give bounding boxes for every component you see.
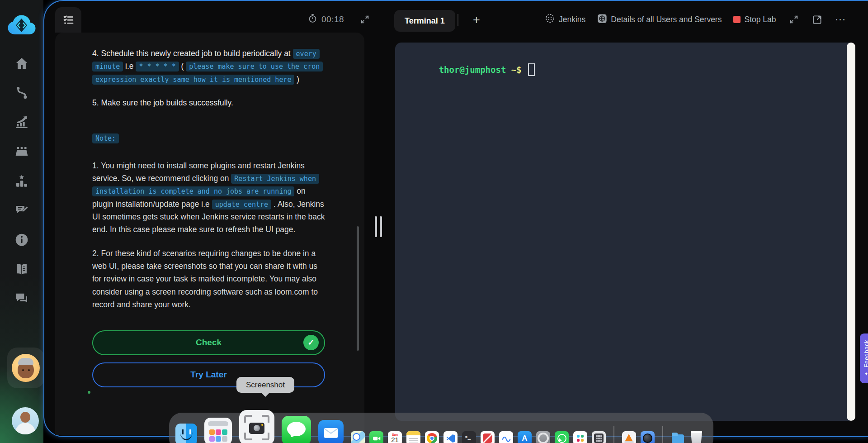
task-instructions: 4. Schedule this newly created job to bu… [92, 47, 326, 387]
note-heading: Note: [92, 132, 326, 144]
timer-value: 00:18 [321, 14, 344, 24]
learning-path-icon[interactable] [14, 85, 29, 100]
topbar-actions: Jenkins Details of all Users and Servers… [545, 13, 846, 26]
leaderboard-icon[interactable] [14, 173, 29, 189]
stop-square-icon [733, 16, 741, 23]
prompt-symbol: ~$ [506, 65, 521, 75]
inline-code-chip: please make sure to use the cron express… [92, 62, 323, 84]
inline-code-chip: Restart Jenkins when installation is com… [92, 174, 319, 196]
tab-separator [458, 14, 458, 26]
terminal-glyph: >_ [465, 434, 471, 440]
stop-lab-button[interactable]: Stop Lab [733, 15, 776, 24]
labs-icon[interactable] [14, 144, 29, 159]
calendar-day: 21 [388, 436, 402, 443]
note-chip: Note: [92, 133, 119, 143]
dock-finder-icon[interactable] [175, 424, 197, 443]
dock-whatsapp-icon[interactable] [555, 431, 569, 443]
feedback-tab[interactable]: Feedback ✦ [860, 333, 868, 383]
fullscreen-icon[interactable] [788, 14, 800, 25]
sparkle-icon: ✦ [864, 371, 868, 377]
task-panel: 4. Schedule this newly created job to bu… [55, 33, 364, 435]
terminal-scrollbar[interactable] [847, 43, 855, 421]
dock-mail-icon[interactable] [318, 420, 344, 443]
inline-code-chip: * * * * * [136, 62, 179, 71]
dock-photobooth-icon[interactable] [641, 431, 655, 443]
globe-icon [597, 14, 607, 26]
home-icon[interactable] [14, 56, 29, 71]
jenkins-icon [545, 13, 555, 26]
jenkins-label: Jenkins [559, 15, 585, 24]
appstore-glyph: A [522, 434, 527, 443]
dock-downloads-icon[interactable] [671, 431, 685, 443]
screenshot-tooltip: Screenshot [236, 377, 294, 393]
terminal-cursor [528, 63, 535, 76]
check-button-label: Check [196, 338, 222, 348]
dock-trash-icon[interactable] [689, 431, 703, 443]
dock-notes-icon[interactable] [406, 431, 420, 443]
dock-calculator-icon[interactable] [592, 431, 606, 443]
feedback-label: Feedback [863, 340, 868, 367]
memoji-avatar[interactable] [7, 348, 44, 388]
dock-slack-icon[interactable] [573, 431, 587, 443]
panel-resize-handle[interactable] [375, 216, 383, 238]
macos-dock: Sun 21 >_ A [169, 413, 713, 443]
status-dot [88, 391, 90, 394]
dock-calendar-icon[interactable]: Sun 21 [388, 431, 402, 443]
details-label: Details of all Users and Servers [611, 15, 722, 24]
terminal-tab-1[interactable]: Terminal 1 [394, 10, 455, 32]
dock-messages-icon[interactable] [282, 416, 311, 443]
check-circle-icon: ✓ [303, 335, 319, 350]
task-expand-icon[interactable] [359, 14, 370, 25]
jenkins-link[interactable]: Jenkins [545, 13, 585, 26]
prompt-user: thor@jumphost [439, 65, 506, 75]
memoji-avatar-image [12, 354, 40, 382]
dock-screenshot-icon[interactable] [239, 410, 274, 443]
feedback-notes-icon[interactable] [14, 203, 29, 218]
dock-mmhmm-icon[interactable] [499, 431, 513, 443]
task-scrollbar[interactable] [357, 226, 359, 351]
community-chat-icon[interactable] [14, 291, 29, 306]
screen: 00:18 4. Schedule this newly created job… [0, 0, 868, 443]
terminal-prompt: thor@jumphost ~$ [395, 43, 855, 86]
terminal-window[interactable]: thor@jumphost ~$ [395, 43, 855, 421]
note-item-2: 2. For these kind of scenarios requiring… [92, 247, 326, 311]
dock-chrome-icon[interactable] [425, 431, 439, 443]
task-list-tab[interactable] [55, 7, 81, 33]
inline-code-chip: update centre [212, 200, 271, 210]
note-item-1: 1. You might need to install some plugin… [92, 159, 326, 236]
stopwatch-icon [308, 14, 317, 25]
open-in-new-icon[interactable] [811, 14, 823, 25]
more-menu-icon[interactable]: ⋯ [835, 13, 846, 26]
screenshot-tooltip-text: Screenshot [246, 381, 285, 390]
kodekloud-logo-icon[interactable] [6, 12, 36, 38]
try-later-label: Try Later [190, 370, 226, 380]
dock-facetime-icon[interactable] [369, 431, 383, 443]
dock-maps-icon[interactable] [351, 431, 365, 443]
profile-avatar[interactable] [12, 407, 39, 434]
docs-book-icon[interactable] [14, 262, 29, 277]
dock-divider [662, 426, 663, 443]
dock-settings-icon[interactable] [536, 431, 550, 443]
dock-vscode-icon[interactable] [443, 431, 458, 443]
stop-lab-label: Stop Lab [744, 15, 776, 24]
dock-app-library-icon[interactable] [204, 418, 232, 443]
left-rail [0, 0, 43, 443]
info-icon[interactable] [14, 232, 29, 248]
task-step-4: 4. Schedule this newly created job to bu… [92, 47, 326, 86]
dock-divider [613, 426, 614, 443]
task-step-5: 5. Make sure the job builds successfully… [92, 96, 326, 109]
progress-chart-icon[interactable] [14, 114, 29, 130]
dock-terminal-icon[interactable]: >_ [462, 431, 476, 443]
sidebar-nav [0, 56, 43, 306]
dock-parallels-icon[interactable] [481, 431, 495, 443]
details-link[interactable]: Details of all Users and Servers [597, 14, 722, 26]
lab-timer: 00:18 [308, 14, 344, 25]
check-button[interactable]: Check ✓ [92, 330, 325, 355]
dock-appstore-icon[interactable]: A [518, 431, 532, 443]
dock-vlc-icon[interactable] [622, 431, 636, 443]
new-terminal-button[interactable]: + [468, 11, 485, 29]
